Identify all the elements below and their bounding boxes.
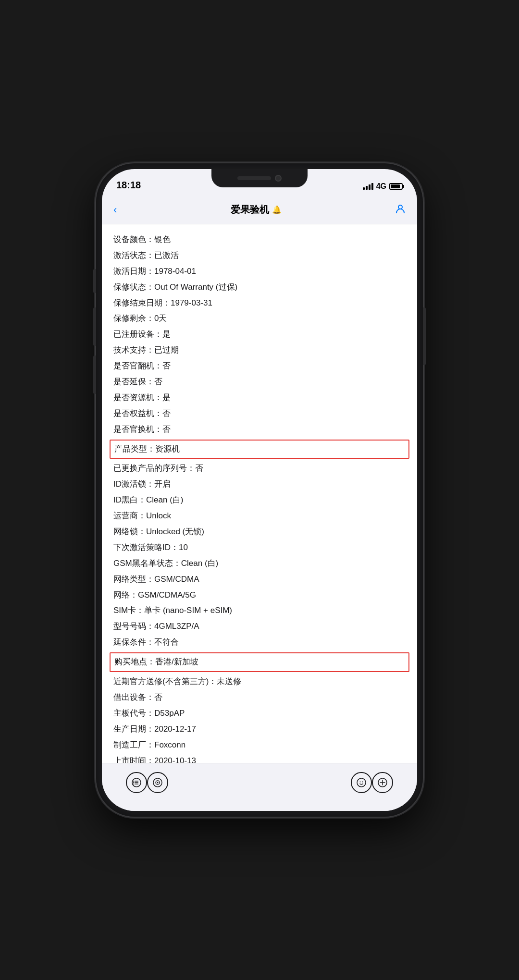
info-item-replacement-device: 是否官换机：否	[113, 422, 406, 438]
info-list: 设备颜色：银色激活状态：已激活激活日期：1978-04-01保修状态：Out O…	[102, 224, 417, 763]
info-label-replaced-serial: 已更换产品的序列号：	[113, 464, 195, 473]
info-value-equity-device: 否	[162, 409, 171, 418]
svg-point-0	[398, 205, 402, 209]
nav-title: 爱果验机 🔔	[231, 203, 282, 216]
info-label-tech-support: 技术支持：	[113, 345, 154, 355]
nav-title-text: 爱果验机	[231, 203, 269, 216]
info-item-replaced-serial: 已更换产品的序列号：否	[113, 461, 406, 477]
info-value-refurbished: 否	[162, 361, 171, 370]
info-value-device-color: 银色	[154, 235, 171, 244]
info-item-warranty-status: 保修状态：Out Of Warranty (过保)	[113, 280, 406, 295]
info-value-replaced-serial: 否	[195, 464, 203, 473]
info-value-activation-status: 已激活	[154, 251, 179, 260]
info-value-warranty-remain: 0天	[154, 314, 167, 323]
info-item-next-activation: 下次激活策略ID：10	[113, 540, 406, 556]
info-item-device-color: 设备颜色：银色	[113, 232, 406, 248]
info-label-network-type: 网络类型：	[113, 575, 154, 584]
info-label-board-code: 主板代号：	[113, 709, 154, 718]
info-label-refurbished: 是否官翻机：	[113, 361, 162, 370]
status-right: 4G	[363, 182, 403, 192]
content-area[interactable]: 设备颜色：银色激活状态：已激活激活日期：1978-04-01保修状态：Out O…	[102, 224, 417, 763]
info-item-sim-card: SIM卡：单卡 (nano-SIM + eSIM)	[113, 603, 406, 619]
info-label-model-number: 型号号码：	[113, 622, 154, 631]
nav-bar: ‹ 爱果验机 🔔	[102, 196, 417, 224]
phone-screen: 18:18 4G ‹ 爱果验机 🔔	[102, 169, 417, 811]
info-label-next-activation: 下次激活策略ID：	[113, 543, 179, 552]
radio-button[interactable]	[147, 772, 168, 793]
info-item-manufacture-date: 生产日期：2020-12-17	[113, 722, 406, 737]
info-item-network-type: 网络类型：GSM/CDMA	[113, 572, 406, 588]
info-value-factory: Foxconn	[154, 740, 185, 749]
status-time: 18:18	[116, 180, 141, 192]
battery-fill	[391, 184, 400, 188]
info-label-activation-status: 激活状态：	[113, 251, 154, 260]
camera	[275, 175, 282, 182]
info-value-id-blacklist: Clean (白)	[146, 495, 183, 504]
network-type-label: 4G	[376, 182, 386, 191]
info-label-extended-warranty: 是否延保：	[113, 377, 154, 386]
info-value-network-type: GSM/CDMA	[154, 575, 199, 584]
info-item-release-date: 上市时间：2020-10-13	[113, 753, 406, 763]
info-label-factory: 制造工厂：	[113, 740, 154, 749]
info-item-activation-status: 激活状态：已激活	[113, 248, 406, 264]
info-item-official-repair: 近期官方送修(不含第三方)：未送修	[113, 674, 406, 690]
info-item-network-lock: 网络锁：Unlocked (无锁)	[113, 524, 406, 540]
info-value-id-lock: 开启	[154, 479, 171, 489]
emoji-button[interactable]	[351, 772, 372, 793]
bell-icon: 🔔	[272, 205, 282, 214]
info-label-official-repair: 近期官方送修(不含第三方)：	[113, 677, 217, 686]
info-item-activation-date: 激活日期：1978-04-01	[113, 264, 406, 280]
info-value-gsm-blacklist: Clean (白)	[181, 559, 218, 568]
info-label-resource-device: 是否资源机：	[113, 393, 162, 402]
info-value-replacement-device: 否	[162, 425, 171, 434]
info-label-warranty-remain: 保修剩余：	[113, 314, 154, 323]
info-value-warranty-status: Out Of Warranty (过保)	[154, 282, 237, 292]
profile-button[interactable]	[395, 203, 406, 217]
info-value-carrier: Unlock	[146, 511, 171, 520]
info-label-warranty-end: 保修结束日期：	[113, 298, 171, 307]
list-button[interactable]	[126, 772, 147, 793]
svg-point-12	[360, 781, 361, 782]
volume-up-button	[93, 307, 96, 346]
info-label-sim-card: SIM卡：	[113, 606, 144, 615]
info-item-registered-device: 已注册设备：是	[113, 327, 406, 343]
info-label-purchase-location: 购买地点：	[114, 657, 155, 666]
info-value-warranty-end: 1979-03-31	[171, 298, 212, 307]
info-item-extended-warranty-condition: 延保条件：不符合	[113, 635, 406, 650]
info-value-registered-device: 是	[162, 330, 171, 339]
plus-button[interactable]	[372, 772, 393, 793]
info-value-lend-device: 否	[154, 693, 162, 702]
info-item-gsm-blacklist: GSM黑名单状态：Clean (白)	[113, 556, 406, 572]
info-value-resource-device: 是	[162, 393, 171, 402]
battery-icon	[389, 183, 403, 190]
info-value-activation-date: 1978-04-01	[154, 267, 196, 276]
info-label-network: 网络：	[113, 590, 138, 600]
info-item-product-type: 产品类型：资源机	[110, 440, 409, 459]
info-value-board-code: D53pAP	[154, 709, 185, 718]
info-value-release-date: 2020-10-13	[154, 756, 196, 763]
info-item-warranty-remain: 保修剩余：0天	[113, 311, 406, 327]
info-value-network-lock: Unlocked (无锁)	[146, 527, 204, 536]
svg-point-7	[133, 784, 134, 784]
info-label-extended-warranty-condition: 延保条件：	[113, 637, 154, 647]
info-item-resource-device: 是否资源机：是	[113, 390, 406, 406]
notch	[211, 169, 308, 187]
svg-point-13	[362, 781, 363, 782]
info-label-activation-date: 激活日期：	[113, 267, 154, 276]
info-item-carrier: 运营商：Unlock	[113, 508, 406, 524]
info-item-lend-device: 借出设备：否	[113, 690, 406, 706]
info-value-network: GSM/CDMA/5G	[138, 590, 196, 600]
info-value-manufacture-date: 2020-12-17	[154, 724, 196, 734]
volume-down-button	[93, 355, 96, 394]
info-item-network: 网络：GSM/CDMA/5G	[113, 588, 406, 603]
svg-point-5	[133, 781, 134, 782]
info-item-refurbished: 是否官翻机：否	[113, 358, 406, 374]
info-label-gsm-blacklist: GSM黑名单状态：	[113, 559, 181, 568]
info-label-id-blacklist: ID黑白：	[113, 495, 146, 504]
speaker	[237, 176, 271, 180]
info-label-product-type: 产品类型：	[114, 444, 155, 453]
info-value-extended-warranty: 否	[154, 377, 162, 386]
back-button[interactable]: ‹	[113, 204, 117, 216]
info-label-network-lock: 网络锁：	[113, 527, 146, 536]
toolbar	[102, 763, 417, 811]
